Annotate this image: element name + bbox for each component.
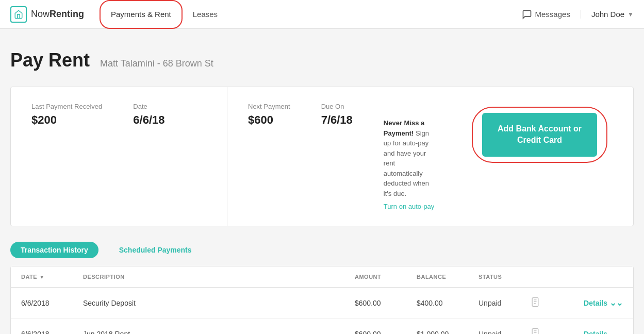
col-description: DESCRIPTION (83, 274, 355, 280)
col-amount: AMOUNT (355, 274, 417, 280)
add-bank-btn-circle: Add Bank Account orCredit Card (482, 113, 597, 157)
last-payment-value: $200 (31, 113, 102, 127)
col-actions (561, 274, 623, 280)
tabs-section: Transaction History Scheduled Payments (10, 242, 634, 258)
svg-rect-4 (532, 329, 538, 334)
scheduled-payments-tab[interactable]: Scheduled Payments (109, 242, 202, 258)
row1-date: 6/6/2018 (21, 299, 83, 307)
row2-details-button[interactable]: Details ⌄⌄ (561, 329, 623, 334)
svg-rect-0 (532, 298, 538, 307)
autopay-link[interactable]: Turn on auto-pay (384, 203, 436, 210)
last-payment-section: Last Payment Received $200 Date 6/6/18 (11, 87, 227, 226)
row1-receipt-icon (530, 297, 561, 309)
last-payment-label: Last Payment Received (31, 103, 102, 110)
date-block: Date 6/6/18 (133, 103, 164, 210)
navbar: NowRenting Payments & Rent Leases Messag… (0, 0, 644, 29)
main-content: Pay Rent Matt Talamini - 68 Brown St Las… (0, 29, 644, 334)
nav-right: Messages John Doe ▼ (522, 9, 634, 20)
nav-payments-rent[interactable]: Payments & Rent (100, 0, 183, 29)
row2-status: Unpaid (478, 330, 530, 335)
row1-amount: $600.00 (355, 299, 417, 307)
col-status: STATUS (478, 274, 530, 280)
nav-leases[interactable]: Leases (183, 0, 228, 29)
row2-date: 6/6/2018 (21, 330, 83, 335)
row2-chevron-icon: ⌄⌄ (609, 329, 623, 334)
table-header: DATE ▼ DESCRIPTION AMOUNT BALANCE STATUS (11, 266, 633, 288)
row1-description: Security Deposit (83, 299, 355, 307)
user-menu[interactable]: John Doe ▼ (581, 10, 634, 19)
nav-links: Payments & Rent Leases (100, 0, 522, 29)
add-bank-button[interactable]: Add Bank Account orCredit Card (482, 113, 597, 157)
payment-summary-card: Last Payment Received $200 Date 6/6/18 N… (10, 87, 634, 226)
next-payment-section: Next Payment $600 Due On 7/6/18 Never Mi… (227, 87, 633, 226)
brand-name: NowRenting (31, 9, 84, 20)
row1-status: Unpaid (478, 299, 530, 307)
add-bank-btn-wrapper: Add Bank Account orCredit Card (467, 103, 613, 167)
row2-amount: $600.00 (355, 330, 417, 335)
autopay-text: Never Miss a Payment! Sign up for auto-p… (384, 118, 436, 198)
messages-button[interactable]: Messages (522, 9, 570, 20)
row1-balance: $400.00 (417, 299, 478, 307)
date-value: 6/6/18 (133, 113, 164, 127)
row1-chevron-icon: ⌄⌄ (609, 298, 623, 308)
brand-logo[interactable]: NowRenting (10, 6, 84, 23)
next-payment-value: $600 (248, 113, 290, 127)
col-balance: BALANCE (417, 274, 478, 280)
message-icon (522, 9, 532, 20)
row2-balance: $1,000.00 (417, 330, 478, 335)
table-row: 6/6/2018 Security Deposit $600.00 $400.0… (11, 288, 633, 319)
row2-description: Jun 2018 Rent (83, 330, 355, 335)
page-subtitle: Matt Talamini - 68 Brown St (100, 58, 213, 69)
col-receipt (530, 274, 561, 280)
row2-receipt-icon (530, 328, 561, 334)
due-on-label: Due On (321, 103, 353, 110)
row1-details-button[interactable]: Details ⌄⌄ (561, 298, 623, 308)
page-title: Pay Rent (10, 49, 90, 71)
col-date[interactable]: DATE ▼ (21, 274, 83, 280)
table-row: 6/6/2018 Jun 2018 Rent $600.00 $1,000.00… (11, 319, 633, 334)
chevron-down-icon: ▼ (628, 11, 634, 18)
sort-arrow-date: ▼ (39, 274, 44, 280)
next-payment-block: Next Payment $600 (248, 103, 290, 127)
last-payment-block: Last Payment Received $200 (31, 103, 102, 210)
due-on-block: Due On 7/6/18 (321, 103, 353, 127)
transaction-history-tab[interactable]: Transaction History (10, 242, 98, 258)
date-label: Date (133, 103, 164, 110)
autopay-section: Never Miss a Payment! Sign up for auto-p… (384, 103, 436, 210)
logo-icon (10, 6, 27, 23)
page-header: Pay Rent Matt Talamini - 68 Brown St (10, 49, 634, 71)
next-payment-label: Next Payment (248, 103, 290, 110)
due-on-value: 7/6/18 (321, 113, 353, 127)
transaction-table: DATE ▼ DESCRIPTION AMOUNT BALANCE STATUS… (10, 266, 634, 334)
